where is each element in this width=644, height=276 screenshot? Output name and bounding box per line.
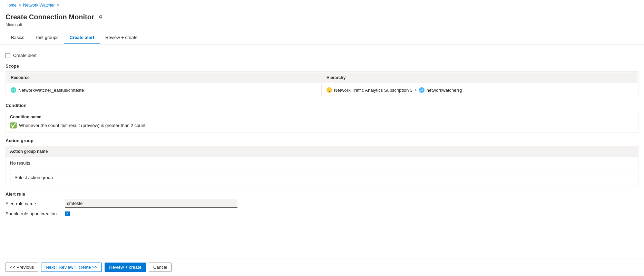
hierarchy-row: 💡 Network Traffic Analytics Subscription…	[326, 87, 633, 93]
resource-item: ⬡ NetworkWatcher_eastus/cmteste	[11, 87, 317, 93]
action-group-name-header: Action group name	[6, 146, 638, 157]
condition-name-header: Condition name	[10, 115, 634, 119]
action-group-body: No results.	[6, 157, 638, 169]
check-icon: ✅	[10, 122, 17, 129]
alert-rule-label: Alert rule	[6, 191, 638, 197]
create-alert-label: Create alert	[13, 53, 37, 58]
condition-section: Condition Condition name ✅ Whenever the …	[6, 103, 638, 132]
no-results: No results.	[10, 160, 31, 166]
breadcrumb: Home > Network Watcher >	[0, 0, 644, 10]
hierarchy-header: Hierarchy	[322, 72, 637, 83]
tab-basics[interactable]: Basics	[6, 31, 30, 44]
condition-item: ✅ Whenever the count test result (previe…	[10, 122, 634, 129]
breadcrumb-sep2: >	[57, 3, 59, 8]
alert-rule-name-input[interactable]	[65, 199, 237, 208]
tab-bar: Basics Test groups Create alert Review +…	[0, 31, 644, 45]
action-group-footer: Select action group	[6, 169, 638, 186]
rg-name: networkwatcherrg	[427, 88, 462, 93]
tab-create-alert[interactable]: Create alert	[64, 31, 100, 44]
resource-header: Resource	[7, 72, 322, 83]
action-group-label: Action group	[6, 138, 638, 143]
rg-icon: ◎	[419, 87, 425, 93]
resource-name: NetworkWatcher_eastus/cmteste	[18, 88, 84, 93]
select-action-group-button[interactable]: Select action group	[10, 173, 57, 182]
condition-text: Whenever the count test result (preview)…	[19, 123, 145, 128]
alert-rule-name-row: Alert rule name	[6, 199, 638, 208]
subscription-icon: 💡	[326, 87, 332, 93]
resource-cell: ⬡ NetworkWatcher_eastus/cmteste	[7, 84, 322, 96]
enable-rule-row: Enable rule upon creation	[6, 211, 638, 216]
alert-rule-name-label: Alert rule name	[6, 201, 61, 206]
alert-rule-section: Alert rule Alert rule name Enable rule u…	[6, 191, 638, 216]
resource-icon: ⬡	[11, 87, 16, 93]
subscription-name: Network Traffic Analytics Subscription 3	[334, 88, 412, 93]
hierarchy-cell: 💡 Network Traffic Analytics Subscription…	[322, 84, 637, 96]
print-icon[interactable]: 🖨	[98, 14, 103, 20]
tab-test-groups[interactable]: Test groups	[30, 31, 64, 44]
breadcrumb-network-watcher[interactable]: Network Watcher	[23, 3, 55, 8]
breadcrumb-sep1: >	[19, 3, 21, 8]
create-alert-row: Create alert	[6, 53, 638, 58]
page-title: Create Connection Monitor	[6, 13, 94, 21]
enable-rule-label: Enable rule upon creation	[6, 211, 61, 216]
page-subtitle: Microsoft	[0, 22, 644, 31]
tab-review-create[interactable]: Review + create	[100, 31, 143, 44]
action-group-section: Action group Action group name No result…	[6, 138, 638, 186]
chevron-icon: >	[414, 88, 417, 92]
action-group-box: Action group name No results. Select act…	[6, 146, 638, 186]
scope-label: Scope	[6, 63, 638, 69]
condition-box: Condition name ✅ Whenever the count test…	[6, 111, 638, 132]
scope-table: Resource Hierarchy ⬡ NetworkWatcher_east…	[6, 71, 638, 97]
condition-label: Condition	[6, 103, 638, 108]
page-header: Create Connection Monitor 🖨	[0, 10, 644, 22]
create-alert-checkbox[interactable]	[6, 53, 10, 58]
main-content: Create alert Scope Resource Hierarchy ⬡ …	[0, 50, 644, 225]
breadcrumb-home[interactable]: Home	[6, 3, 17, 8]
enable-rule-checkbox[interactable]	[65, 211, 70, 216]
